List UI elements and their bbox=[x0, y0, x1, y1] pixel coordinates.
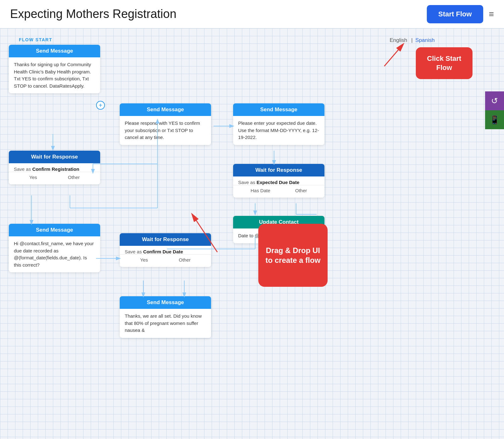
send-message-node-4[interactable]: Send Message Hi @contact.first_name, we … bbox=[9, 224, 100, 272]
save-as-label-1: Save as bbox=[14, 166, 31, 172]
wait-confirm-reg-node[interactable]: Wait for Response Save as Confirm Regist… bbox=[9, 151, 100, 184]
wait-expected-due-body: Save as Expected Due Date bbox=[233, 176, 324, 185]
send-message-node-1[interactable]: Send Message Thanks for signing up for C… bbox=[9, 45, 100, 93]
spanish-lang[interactable]: Spanish bbox=[415, 37, 435, 43]
flow-canvas: FLOW START Send Message Thanks for signi… bbox=[0, 28, 504, 439]
wait-expected-due-options: Has Date Other bbox=[233, 185, 324, 198]
svg-line-19 bbox=[384, 44, 403, 66]
wait-confirm-reg-options: Yes Other bbox=[9, 172, 100, 184]
send-message-3-body: Please enter your expected due date. Use… bbox=[233, 116, 324, 145]
svg-line-20 bbox=[192, 214, 217, 252]
wait-expected-due-header: Wait for Response bbox=[233, 164, 324, 176]
flow-start-label: FLOW START bbox=[19, 37, 52, 42]
send-message-5-body: Thanks, we are all set. Did you know tha… bbox=[120, 309, 211, 338]
wait-expected-due-node[interactable]: Wait for Response Save as Expected Due D… bbox=[233, 164, 324, 198]
start-flow-arrow bbox=[375, 38, 413, 69]
send-message-1-body: Thanks for signing up for Community Heal… bbox=[9, 57, 100, 93]
send-message-2-header: Send Message bbox=[120, 103, 211, 116]
add-node-button[interactable]: + bbox=[96, 101, 105, 110]
save-as-value-3: Confirm Due Date bbox=[143, 249, 183, 254]
option-other-2: Other bbox=[295, 188, 307, 193]
drag-drop-tooltip: Drag & Drop UI to create a flow bbox=[258, 224, 328, 287]
send-message-1-header: Send Message bbox=[9, 45, 100, 57]
option-other-1: Other bbox=[68, 175, 80, 180]
option-other-3: Other bbox=[179, 257, 191, 263]
header-actions: Start Flow ≡ bbox=[427, 5, 494, 23]
send-message-3-header: Send Message bbox=[233, 103, 324, 116]
send-message-4-header: Send Message bbox=[9, 224, 100, 236]
side-toolbar: ↺ 📱 bbox=[485, 91, 504, 129]
option-yes-1: Yes bbox=[29, 175, 37, 180]
start-flow-button[interactable]: Start Flow bbox=[427, 5, 483, 23]
send-message-4-body: Hi @contact.first_name, we have your due… bbox=[9, 236, 100, 272]
send-message-2-body: Please respond with YES to confirm your … bbox=[120, 116, 211, 145]
wait-confirm-due-options: Yes Other bbox=[120, 254, 211, 267]
save-as-label-3: Save as bbox=[125, 249, 142, 254]
drag-drop-arrow bbox=[183, 205, 220, 255]
wait-confirm-reg-header: Wait for Response bbox=[9, 151, 100, 163]
history-icon-button[interactable]: ↺ bbox=[485, 91, 504, 110]
option-has-date: Has Date bbox=[250, 188, 270, 193]
option-yes-3: Yes bbox=[140, 257, 148, 263]
send-message-5-header: Send Message bbox=[120, 296, 211, 309]
send-message-node-2[interactable]: Send Message Please respond with YES to … bbox=[120, 103, 211, 145]
send-message-node-5[interactable]: Send Message Thanks, we are all set. Did… bbox=[120, 296, 211, 338]
page-title: Expecting Mothers Registration bbox=[10, 7, 176, 21]
wait-confirm-reg-body: Save as Confirm Registration bbox=[9, 163, 100, 172]
menu-icon[interactable]: ≡ bbox=[489, 9, 494, 19]
app-header: Expecting Mothers Registration Start Flo… bbox=[0, 0, 504, 28]
phone-icon-button[interactable]: 📱 bbox=[485, 110, 504, 129]
save-as-label-2: Save as bbox=[238, 180, 255, 185]
send-message-node-3[interactable]: Send Message Please enter your expected … bbox=[233, 103, 324, 145]
save-as-value-1: Confirm Registration bbox=[32, 166, 79, 172]
click-start-flow-tooltip: Click Start Flow bbox=[416, 47, 472, 79]
save-as-value-2: Expected Due Date bbox=[256, 180, 299, 185]
